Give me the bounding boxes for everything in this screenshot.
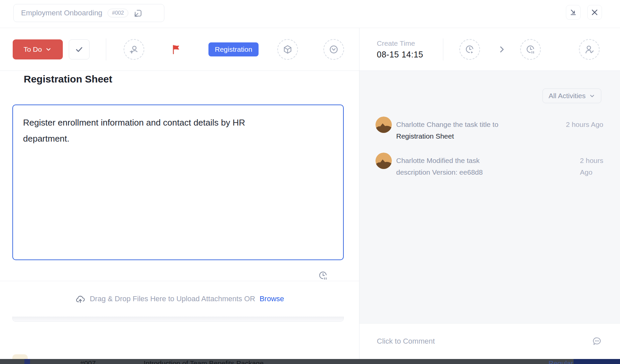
activity-timestamp: 2 hours Ago [566, 117, 603, 142]
start-time-button[interactable] [459, 39, 480, 60]
tag-label: Registration [215, 45, 252, 53]
comment-input[interactable]: Click to Comment [359, 323, 620, 359]
close-button[interactable] [587, 5, 602, 20]
minimize-button[interactable] [566, 5, 581, 20]
description-history-icon[interactable] [318, 270, 328, 281]
activity-filter-dropdown[interactable]: All Activities [542, 88, 601, 103]
add-reviewer-button[interactable] [579, 39, 600, 60]
avatar[interactable] [375, 153, 392, 169]
add-checklist-button[interactable] [323, 39, 344, 60]
chevron-right-icon [497, 45, 506, 54]
chevron-down-icon [589, 93, 595, 99]
activity-highlight: Registration Sheet [396, 130, 563, 142]
activity-text: Charlotte Modified the task description … [396, 153, 577, 178]
background-row-badge: Regular [549, 359, 573, 364]
create-time-label: Create Time [377, 39, 443, 47]
jump-to-task-icon[interactable] [134, 9, 143, 18]
task-toolbar: To Do Registration [0, 28, 359, 71]
task-id-badge: #002 [108, 9, 128, 17]
background-avatar-peek [12, 354, 28, 359]
task-pane: To Do Registration [0, 28, 359, 359]
cube-icon [283, 44, 293, 54]
top-bar: Employment Onboarding #002 [0, 0, 620, 28]
complete-task-button[interactable] [69, 39, 90, 59]
background-badge-block [574, 359, 620, 364]
assignee-person-icon [129, 44, 139, 54]
time-toolbar: Create Time 08-15 14:15 [359, 28, 620, 71]
activity-item: Charlotte Change the task title to Regis… [375, 117, 603, 142]
end-time-button[interactable] [520, 39, 541, 60]
clock-start-icon [465, 44, 475, 54]
window-actions [566, 5, 602, 20]
toolbar-divider [106, 38, 106, 60]
circled-v-icon [329, 44, 339, 54]
activity-feed: All Activities Charlotte Change the task… [359, 71, 620, 323]
task-breadcrumb-title: Employment Onboarding [21, 9, 102, 17]
background-page-strip: #007 Introduction of Team Benefits Packa… [0, 359, 620, 364]
background-row-id: #007 [80, 359, 96, 364]
add-module-button[interactable] [277, 39, 298, 60]
attachment-dropzone[interactable]: Drag & Drop Files Here to Upload Attachm… [0, 281, 359, 317]
check-icon [74, 45, 84, 54]
create-time-value: 08-15 14:15 [377, 50, 443, 59]
browse-link[interactable]: Browse [260, 295, 284, 303]
avatar[interactable] [375, 117, 392, 133]
description-editor[interactable]: Register enrollment information and cont… [12, 105, 344, 260]
dropzone-text: Drag & Drop Files Here to Upload Attachm… [90, 295, 255, 303]
toolbar-divider [443, 38, 443, 60]
create-time-block: Create Time 08-15 14:15 [377, 39, 443, 59]
status-dropdown[interactable]: To Do [13, 39, 63, 59]
tag-registration[interactable]: Registration [208, 42, 259, 56]
add-assignee-button[interactable] [124, 39, 144, 60]
activity-text: Charlotte Change the task title to Regis… [396, 117, 563, 142]
activity-filter-label: All Activities [549, 92, 586, 100]
cloud-upload-icon [75, 294, 86, 304]
comment-bubble-icon[interactable] [592, 336, 602, 346]
status-label: To Do [24, 45, 42, 53]
task-content: Registration Sheet Register enrollment i… [0, 71, 359, 317]
priority-flag-icon[interactable] [171, 44, 181, 55]
description-text: Register enrollment information and cont… [23, 115, 277, 147]
activity-pane: Create Time 08-15 14:15 [359, 28, 620, 359]
close-icon [591, 8, 599, 16]
clock-end-icon [525, 44, 535, 54]
reviewer-person-icon [584, 44, 594, 54]
activity-line: Charlotte Change the task title to [396, 119, 563, 130]
activity-timestamp: 2 hours Ago [580, 153, 603, 178]
activity-line: Charlotte Modified the task [396, 155, 577, 166]
chevron-down-icon [45, 46, 52, 53]
minimize-icon [569, 8, 577, 16]
background-row-title: Introduction of Team Benefits Package [144, 359, 264, 364]
task-breadcrumb[interactable]: Employment Onboarding #002 [13, 4, 164, 22]
comment-placeholder: Click to Comment [377, 337, 592, 346]
activity-line: description Version: ee68d8 [396, 166, 577, 178]
activity-item: Charlotte Modified the task description … [375, 153, 603, 178]
task-title[interactable]: Registration Sheet [24, 73, 112, 85]
